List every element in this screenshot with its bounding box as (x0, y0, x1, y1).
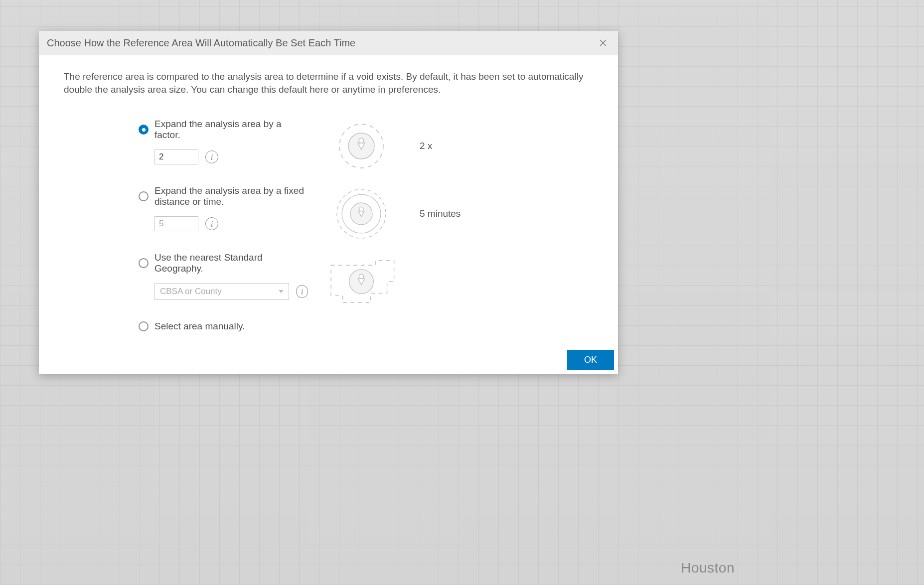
info-icon[interactable]: i (205, 150, 218, 163)
svg-point-4 (359, 138, 364, 143)
radio-distance-indicator (139, 191, 149, 201)
svg-point-10 (359, 274, 363, 279)
modal-intro-text: The reference area is compared to the an… (64, 70, 592, 96)
radio-manual[interactable]: Select area manually. (139, 321, 308, 332)
geography-input-row: CBSA or County i (139, 283, 308, 300)
modal-footer: OK (567, 350, 614, 370)
option-factor: Expand the analysis area by a factor. i (139, 119, 308, 164)
radio-distance[interactable]: Expand the analysis area by a fixed dist… (139, 185, 308, 207)
options-column: Expand the analysis area by a factor. i … (64, 119, 308, 341)
modal-header: Choose How the Reference Area Will Autom… (39, 31, 618, 55)
radio-manual-indicator (139, 321, 149, 331)
option-geography: Use the nearest Standard Geography. CBSA… (139, 252, 308, 300)
factor-input[interactable] (154, 149, 198, 164)
geography-select-placeholder: CBSA or County (160, 287, 222, 296)
modal-title: Choose How the Reference Area Will Autom… (47, 37, 355, 49)
radio-factor[interactable]: Expand the analysis area by a factor. (139, 119, 308, 141)
info-icon[interactable]: i (296, 285, 308, 298)
illus-factor-label: 2 x (420, 141, 432, 151)
illus-geography (324, 254, 593, 309)
illus-factor-icon (324, 119, 399, 173)
svg-point-8 (359, 207, 363, 211)
illus-geography-icon (324, 254, 399, 309)
radio-distance-label: Expand the analysis area by a fixed dist… (154, 185, 308, 207)
radio-factor-label: Expand the analysis area by a factor. (154, 119, 308, 141)
info-icon[interactable]: i (205, 217, 218, 230)
close-button[interactable] (597, 37, 609, 49)
geography-select[interactable]: CBSA or County (154, 283, 289, 300)
illus-distance: 5 minutes (324, 186, 593, 241)
modal-body: The reference area is compared to the an… (39, 55, 618, 374)
illus-factor: 2 x (324, 119, 593, 173)
radio-geography[interactable]: Use the nearest Standard Geography. (139, 252, 308, 274)
radio-geography-label: Use the nearest Standard Geography. (154, 252, 308, 274)
illustrations-column: 2 x 5 minutes (324, 119, 593, 341)
distance-input-row: i (139, 216, 308, 231)
illus-distance-label: 5 minutes (420, 208, 461, 219)
radio-factor-indicator (139, 125, 149, 135)
radio-geography-indicator (139, 258, 149, 268)
illus-distance-icon (324, 186, 399, 241)
options-row: Expand the analysis area by a factor. i … (64, 119, 593, 341)
option-manual: Select area manually. (139, 321, 308, 332)
map-city-label: Houston (681, 560, 735, 576)
reference-area-modal: Choose How the Reference Area Will Autom… (39, 31, 618, 374)
factor-input-row: i (139, 149, 308, 164)
close-icon (599, 38, 608, 47)
chevron-down-icon (279, 290, 284, 293)
option-distance: Expand the analysis area by a fixed dist… (139, 185, 308, 231)
distance-input[interactable] (154, 216, 198, 231)
radio-manual-label: Select area manually. (154, 321, 245, 332)
ok-button[interactable]: OK (567, 350, 614, 370)
